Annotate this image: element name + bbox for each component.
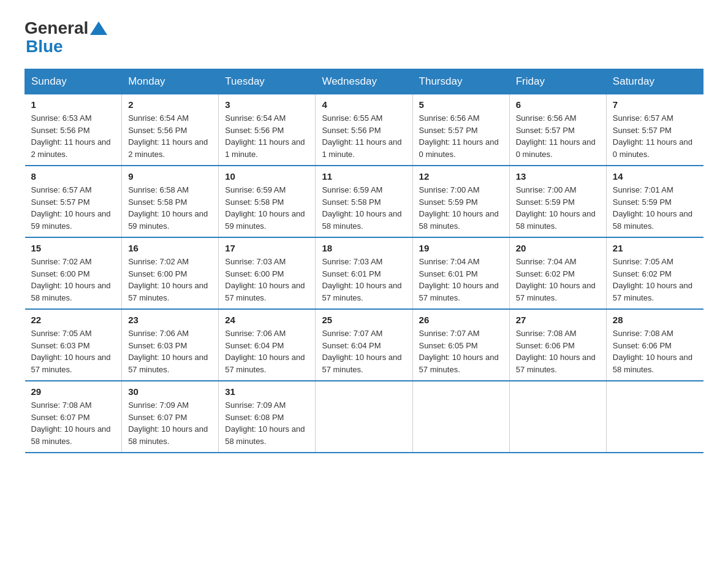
- header-day-monday: Monday: [122, 69, 219, 94]
- day-number: 3: [225, 99, 309, 110]
- day-info: Sunrise: 7:08 AM Sunset: 6:07 PM Dayligh…: [31, 399, 116, 447]
- calendar-cell: [412, 381, 509, 453]
- day-number: 6: [516, 99, 600, 110]
- header: General Blue: [25, 18, 703, 56]
- header-day-wednesday: Wednesday: [316, 69, 412, 94]
- calendar-week-row: 1 Sunrise: 6:53 AM Sunset: 5:56 PM Dayli…: [25, 94, 703, 166]
- calendar-table: SundayMondayTuesdayWednesdayThursdayFrid…: [25, 69, 703, 453]
- day-info: Sunrise: 7:04 AM Sunset: 6:02 PM Dayligh…: [516, 256, 600, 304]
- calendar-week-row: 29 Sunrise: 7:08 AM Sunset: 6:07 PM Dayl…: [25, 381, 703, 453]
- calendar-cell: 17 Sunrise: 7:03 AM Sunset: 6:00 PM Dayl…: [219, 237, 316, 309]
- calendar-cell: 21 Sunrise: 7:05 AM Sunset: 6:02 PM Dayl…: [606, 237, 703, 309]
- day-info: Sunrise: 7:07 AM Sunset: 6:04 PM Dayligh…: [322, 327, 406, 375]
- day-number: 28: [613, 315, 697, 325]
- header-day-friday: Friday: [509, 69, 606, 94]
- calendar-cell: 29 Sunrise: 7:08 AM Sunset: 6:07 PM Dayl…: [25, 381, 122, 453]
- day-number: 9: [128, 171, 212, 182]
- day-info: Sunrise: 6:55 AM Sunset: 5:56 PM Dayligh…: [322, 112, 406, 160]
- day-number: 30: [128, 386, 212, 397]
- day-info: Sunrise: 6:54 AM Sunset: 5:56 PM Dayligh…: [128, 112, 212, 160]
- day-info: Sunrise: 6:57 AM Sunset: 5:57 PM Dayligh…: [31, 184, 116, 232]
- day-number: 12: [419, 171, 503, 182]
- day-number: 23: [128, 315, 212, 325]
- day-info: Sunrise: 7:05 AM Sunset: 6:03 PM Dayligh…: [31, 327, 116, 375]
- day-info: Sunrise: 7:08 AM Sunset: 6:06 PM Dayligh…: [516, 327, 600, 375]
- day-number: 10: [225, 171, 309, 182]
- day-number: 31: [225, 386, 309, 397]
- day-number: 11: [322, 171, 406, 182]
- header-day-tuesday: Tuesday: [219, 69, 316, 94]
- header-day-thursday: Thursday: [412, 69, 509, 94]
- calendar-week-row: 8 Sunrise: 6:57 AM Sunset: 5:57 PM Dayli…: [25, 166, 703, 237]
- header-day-sunday: Sunday: [25, 69, 122, 94]
- day-number: 27: [516, 315, 600, 325]
- day-info: Sunrise: 6:59 AM Sunset: 5:58 PM Dayligh…: [322, 184, 406, 232]
- day-number: 18: [322, 243, 406, 253]
- day-number: 8: [31, 171, 116, 182]
- day-number: 15: [31, 243, 116, 253]
- day-info: Sunrise: 7:02 AM Sunset: 6:00 PM Dayligh…: [128, 256, 212, 304]
- day-number: 7: [613, 99, 697, 110]
- day-info: Sunrise: 7:03 AM Sunset: 6:00 PM Dayligh…: [225, 256, 309, 304]
- calendar-cell: 4 Sunrise: 6:55 AM Sunset: 5:56 PM Dayli…: [316, 94, 412, 166]
- day-number: 2: [128, 99, 212, 110]
- calendar-cell: 5 Sunrise: 6:56 AM Sunset: 5:57 PM Dayli…: [412, 94, 509, 166]
- calendar-cell: 30 Sunrise: 7:09 AM Sunset: 6:07 PM Dayl…: [122, 381, 219, 453]
- day-info: Sunrise: 7:09 AM Sunset: 6:07 PM Dayligh…: [128, 399, 212, 447]
- day-info: Sunrise: 7:00 AM Sunset: 5:59 PM Dayligh…: [516, 184, 600, 232]
- day-info: Sunrise: 7:09 AM Sunset: 6:08 PM Dayligh…: [225, 399, 309, 447]
- calendar-cell: 10 Sunrise: 6:59 AM Sunset: 5:58 PM Dayl…: [219, 166, 316, 237]
- day-info: Sunrise: 7:00 AM Sunset: 5:59 PM Dayligh…: [419, 184, 503, 232]
- calendar-cell: 25 Sunrise: 7:07 AM Sunset: 6:04 PM Dayl…: [316, 309, 412, 381]
- calendar-week-row: 22 Sunrise: 7:05 AM Sunset: 6:03 PM Dayl…: [25, 309, 703, 381]
- calendar-cell: 2 Sunrise: 6:54 AM Sunset: 5:56 PM Dayli…: [122, 94, 219, 166]
- calendar-cell: [316, 381, 412, 453]
- calendar-cell: 13 Sunrise: 7:00 AM Sunset: 5:59 PM Dayl…: [509, 166, 606, 237]
- calendar-cell: 9 Sunrise: 6:58 AM Sunset: 5:58 PM Dayli…: [122, 166, 219, 237]
- calendar-cell: 31 Sunrise: 7:09 AM Sunset: 6:08 PM Dayl…: [219, 381, 316, 453]
- day-info: Sunrise: 7:06 AM Sunset: 6:03 PM Dayligh…: [128, 327, 212, 375]
- calendar-cell: 22 Sunrise: 7:05 AM Sunset: 6:03 PM Dayl…: [25, 309, 122, 381]
- day-number: 22: [31, 315, 116, 325]
- day-number: 14: [613, 171, 697, 182]
- calendar-cell: 28 Sunrise: 7:08 AM Sunset: 6:06 PM Dayl…: [606, 309, 703, 381]
- calendar-cell: 12 Sunrise: 7:00 AM Sunset: 5:59 PM Dayl…: [412, 166, 509, 237]
- calendar-header-row: SundayMondayTuesdayWednesdayThursdayFrid…: [25, 69, 703, 94]
- day-info: Sunrise: 7:04 AM Sunset: 6:01 PM Dayligh…: [419, 256, 503, 304]
- day-number: 16: [128, 243, 212, 253]
- day-info: Sunrise: 6:56 AM Sunset: 5:57 PM Dayligh…: [419, 112, 503, 160]
- calendar-cell: 6 Sunrise: 6:56 AM Sunset: 5:57 PM Dayli…: [509, 94, 606, 166]
- logo-blue-text: Blue: [26, 37, 63, 56]
- calendar-cell: 26 Sunrise: 7:07 AM Sunset: 6:05 PM Dayl…: [412, 309, 509, 381]
- header-day-saturday: Saturday: [606, 69, 703, 94]
- day-number: 26: [419, 315, 503, 325]
- day-number: 5: [419, 99, 503, 110]
- day-info: Sunrise: 6:56 AM Sunset: 5:57 PM Dayligh…: [516, 112, 600, 160]
- day-info: Sunrise: 6:54 AM Sunset: 5:56 PM Dayligh…: [225, 112, 309, 160]
- day-number: 29: [31, 386, 116, 397]
- calendar-cell: 19 Sunrise: 7:04 AM Sunset: 6:01 PM Dayl…: [412, 237, 509, 309]
- calendar-cell: 27 Sunrise: 7:08 AM Sunset: 6:06 PM Dayl…: [509, 309, 606, 381]
- day-info: Sunrise: 7:03 AM Sunset: 6:01 PM Dayligh…: [322, 256, 406, 304]
- day-info: Sunrise: 7:07 AM Sunset: 6:05 PM Dayligh…: [419, 327, 503, 375]
- day-info: Sunrise: 6:57 AM Sunset: 5:57 PM Dayligh…: [613, 112, 697, 160]
- calendar-cell: 7 Sunrise: 6:57 AM Sunset: 5:57 PM Dayli…: [606, 94, 703, 166]
- calendar-cell: [606, 381, 703, 453]
- calendar-week-row: 15 Sunrise: 7:02 AM Sunset: 6:00 PM Dayl…: [25, 237, 703, 309]
- day-number: 17: [225, 243, 309, 253]
- logo-triangle-icon: [90, 21, 107, 35]
- day-number: 13: [516, 171, 600, 182]
- day-info: Sunrise: 6:59 AM Sunset: 5:58 PM Dayligh…: [225, 184, 309, 232]
- day-number: 1: [31, 99, 116, 110]
- logo-general-text: General: [25, 18, 88, 38]
- calendar-cell: 15 Sunrise: 7:02 AM Sunset: 6:00 PM Dayl…: [25, 237, 122, 309]
- calendar-cell: 8 Sunrise: 6:57 AM Sunset: 5:57 PM Dayli…: [25, 166, 122, 237]
- calendar-cell: 11 Sunrise: 6:59 AM Sunset: 5:58 PM Dayl…: [316, 166, 412, 237]
- day-info: Sunrise: 7:01 AM Sunset: 5:59 PM Dayligh…: [613, 184, 697, 232]
- day-info: Sunrise: 7:05 AM Sunset: 6:02 PM Dayligh…: [613, 256, 697, 304]
- day-number: 25: [322, 315, 406, 325]
- day-info: Sunrise: 6:58 AM Sunset: 5:58 PM Dayligh…: [128, 184, 212, 232]
- day-number: 19: [419, 243, 503, 253]
- day-info: Sunrise: 7:06 AM Sunset: 6:04 PM Dayligh…: [225, 327, 309, 375]
- calendar-cell: 20 Sunrise: 7:04 AM Sunset: 6:02 PM Dayl…: [509, 237, 606, 309]
